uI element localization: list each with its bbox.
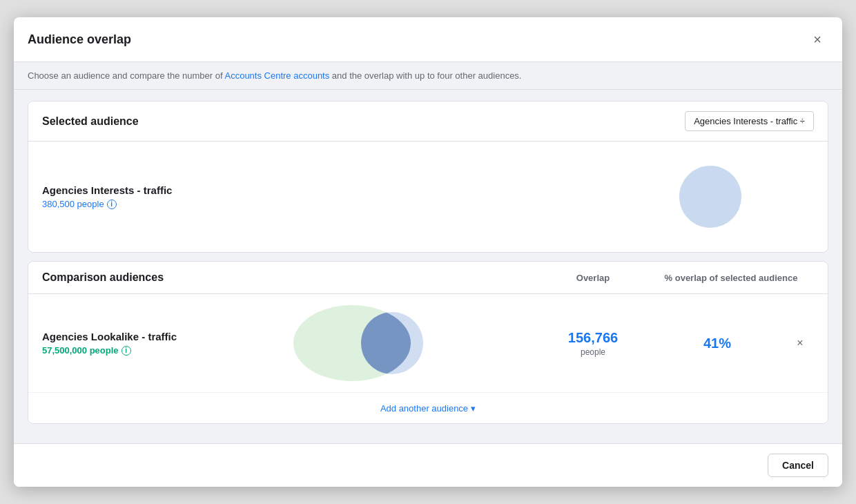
accounts-centre-link[interactable]: Accounts Centre accounts bbox=[224, 70, 329, 81]
info-text-after: and the overlap with up to four other au… bbox=[329, 70, 521, 81]
comparison-audience-info: Agencies Lookalike - traffic 57,500,000 … bbox=[42, 331, 194, 356]
comparison-audience-info-icon[interactable]: i bbox=[121, 346, 131, 356]
overlap-value-cell: 156,766 people bbox=[538, 330, 648, 357]
comparison-audiences-card: Comparison audiences Overlap % overlap o… bbox=[28, 261, 828, 424]
modal-header: Audience overlap × bbox=[14, 17, 842, 62]
venn-svg bbox=[290, 302, 442, 385]
selected-audience-info-icon[interactable]: i bbox=[107, 200, 117, 209]
dropdown-arrow-icon: ▾ bbox=[471, 403, 476, 414]
modal-footer: Cancel bbox=[14, 443, 842, 487]
audience-dropdown-button[interactable]: Agencies Interests - traffic ÷ bbox=[685, 111, 814, 131]
selected-audience-content: Agencies Interests - traffic 380,500 peo… bbox=[28, 142, 828, 252]
cancel-button[interactable]: Cancel bbox=[768, 454, 828, 477]
col-overlap-header: Overlap bbox=[538, 273, 648, 283]
selected-audience-viz bbox=[607, 155, 814, 238]
comparison-row: Agencies Lookalike - traffic 57,500,000 … bbox=[28, 294, 828, 393]
info-bar: Choose an audience and compare the numbe… bbox=[14, 62, 842, 90]
selected-audience-title: Selected audience bbox=[42, 115, 139, 128]
comparison-header: Comparison audiences Overlap % overlap o… bbox=[28, 262, 828, 294]
selected-audience-count: 380,500 people i bbox=[42, 199, 607, 209]
comparison-audience-count: 57,500,000 people i bbox=[42, 345, 194, 356]
audience-overlap-modal: Audience overlap × Choose an audience an… bbox=[14, 17, 842, 487]
pct-number: 41% bbox=[648, 336, 786, 351]
comparison-title: Comparison audiences bbox=[42, 271, 538, 284]
col-pct-header: % overlap of selected audience bbox=[648, 273, 814, 283]
selected-audience-header: Selected audience Agencies Interests - t… bbox=[28, 101, 828, 142]
overlap-number: 156,766 bbox=[538, 330, 648, 346]
remove-comparison-button[interactable]: × bbox=[786, 337, 814, 349]
comparison-venn bbox=[194, 305, 538, 381]
selected-audience-name: Agencies Interests - traffic bbox=[42, 184, 607, 196]
add-another-button[interactable]: Add another audience ▾ bbox=[380, 403, 476, 414]
selected-audience-circle bbox=[679, 166, 741, 228]
pct-value-cell: 41% bbox=[648, 336, 786, 351]
close-button[interactable]: × bbox=[806, 28, 828, 50]
add-another-section: Add another audience ▾ bbox=[28, 393, 828, 423]
modal-body: Selected audience Agencies Interests - t… bbox=[14, 90, 842, 443]
comparison-audience-name: Agencies Lookalike - traffic bbox=[42, 331, 194, 342]
selected-audience-info: Agencies Interests - traffic 380,500 peo… bbox=[42, 184, 607, 209]
modal-title: Audience overlap bbox=[28, 32, 131, 47]
overlap-label: people bbox=[538, 347, 648, 357]
selected-audience-card: Selected audience Agencies Interests - t… bbox=[28, 101, 828, 253]
info-text-before: Choose an audience and compare the numbe… bbox=[28, 70, 224, 81]
